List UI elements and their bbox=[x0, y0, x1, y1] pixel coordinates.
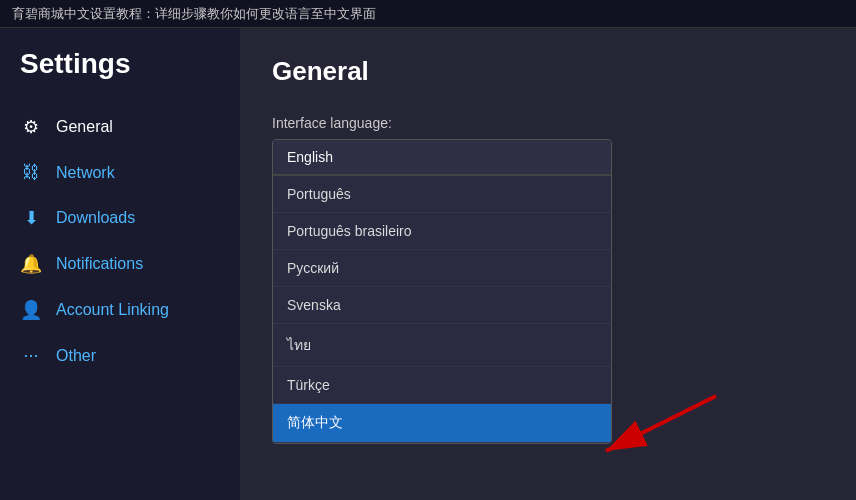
lang-option-portugues-br[interactable]: Português brasileiro bbox=[273, 213, 611, 250]
sidebar-item-downloads[interactable]: ⬇Downloads bbox=[0, 195, 240, 241]
downloads-icon: ⬇ bbox=[20, 207, 42, 229]
lang-option-svenska[interactable]: Svenska bbox=[273, 287, 611, 324]
banner-text: 育碧商城中文设置教程：详细步骤教你如何更改语言至中文界面 bbox=[12, 5, 376, 23]
lang-option-thai[interactable]: ไทย bbox=[273, 324, 611, 367]
main-layout: Settings ⚙General⛓Network⬇Downloads🔔Noti… bbox=[0, 28, 856, 500]
general-icon: ⚙ bbox=[20, 116, 42, 138]
notifications-icon: 🔔 bbox=[20, 253, 42, 275]
sidebar-item-network[interactable]: ⛓Network bbox=[0, 150, 240, 195]
top-banner: 育碧商城中文设置教程：详细步骤教你如何更改语言至中文界面 bbox=[0, 0, 856, 28]
main-content: General Interface language: English Port… bbox=[240, 28, 856, 500]
sidebar-item-general[interactable]: ⚙General bbox=[0, 104, 240, 150]
lang-option-portugues[interactable]: Português bbox=[273, 176, 611, 213]
language-select-box[interactable]: English PortuguêsPortuguês brasileiroРус… bbox=[272, 139, 612, 444]
sidebar-label-general: General bbox=[56, 118, 113, 136]
sidebar-label-account-linking: Account Linking bbox=[56, 301, 169, 319]
lang-option-turkish[interactable]: Türkçe bbox=[273, 367, 611, 404]
svg-line-1 bbox=[606, 396, 716, 451]
sidebar-label-notifications: Notifications bbox=[56, 255, 143, 273]
other-icon: ··· bbox=[20, 345, 42, 366]
network-icon: ⛓ bbox=[20, 162, 42, 183]
page-title: General bbox=[272, 56, 824, 87]
sidebar-item-other[interactable]: ···Other bbox=[0, 333, 240, 378]
lang-option-chinese-simplified[interactable]: 简体中文 bbox=[273, 404, 611, 443]
sidebar: Settings ⚙General⛓Network⬇Downloads🔔Noti… bbox=[0, 28, 240, 500]
sidebar-item-notifications[interactable]: 🔔Notifications bbox=[0, 241, 240, 287]
sidebar-label-downloads: Downloads bbox=[56, 209, 135, 227]
sidebar-item-account-linking[interactable]: 👤Account Linking bbox=[0, 287, 240, 333]
interface-language-label: Interface language: bbox=[272, 115, 824, 131]
sidebar-title: Settings bbox=[0, 48, 240, 104]
account-linking-icon: 👤 bbox=[20, 299, 42, 321]
sidebar-items-container: ⚙General⛓Network⬇Downloads🔔Notifications… bbox=[0, 104, 240, 378]
lang-option-russian[interactable]: Русский bbox=[273, 250, 611, 287]
language-dropdown: PortuguêsPortuguês brasileiroРусскийSven… bbox=[273, 175, 611, 443]
selected-language[interactable]: English bbox=[273, 140, 611, 175]
sidebar-label-other: Other bbox=[56, 347, 96, 365]
sidebar-label-network: Network bbox=[56, 164, 115, 182]
